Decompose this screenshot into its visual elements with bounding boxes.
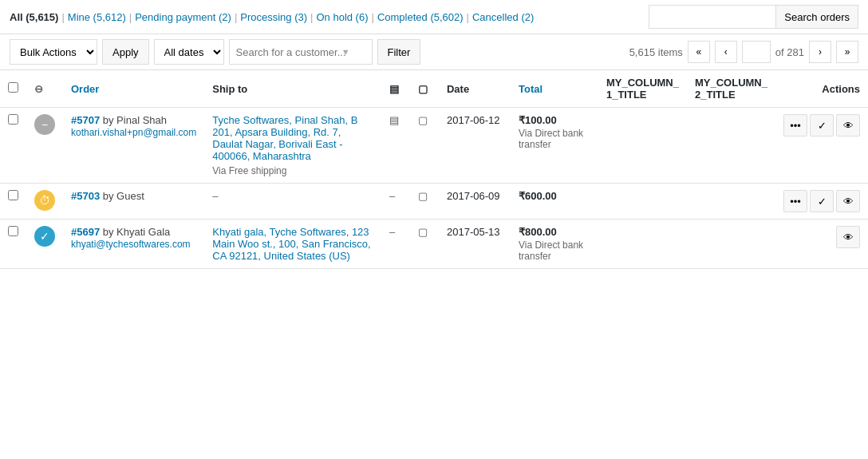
filter-sep: | (235, 11, 237, 23)
pagination-first-button[interactable]: « (688, 41, 710, 63)
customer-search-input[interactable] (229, 39, 373, 65)
table-row: ⏱#5703 by Guest––▢2017-06-09₹600.00•••✓👁 (0, 184, 868, 220)
filter-sep: | (61, 11, 64, 23)
filter-link-on-hold[interactable]: On hold (6) (316, 11, 368, 23)
order-by: by Pinal Shah (103, 114, 167, 126)
row-icon1: – (389, 226, 395, 238)
bulk-actions-select[interactable]: Bulk Actions (10, 39, 97, 65)
th-order[interactable]: Order (63, 70, 204, 108)
toolbar-left: Bulk Actions Apply All dates ▼ Filter (10, 39, 420, 65)
search-orders-button[interactable]: Search orders (776, 5, 858, 29)
filter-link-all[interactable]: All (5,615) (10, 11, 58, 23)
order-link-5707[interactable]: #5707 (71, 114, 100, 126)
table-icon1: ▤ (389, 83, 399, 95)
toolbar-right: 5,615 items « ‹ 1 of 281 › » (629, 41, 858, 63)
pagination-last-button[interactable]: » (836, 41, 858, 63)
action-btns: •••✓👁 (783, 190, 860, 212)
filter-sep: | (372, 11, 374, 23)
total-method: Via Direct bank transfer (519, 239, 590, 262)
toolbar: Bulk Actions Apply All dates ▼ Filter 5,… (0, 34, 868, 70)
row-icon2: ▢ (418, 114, 428, 126)
order-date: 2017-06-09 (447, 190, 500, 202)
th-total[interactable]: Total (511, 70, 598, 108)
status-clock-icon: ⏱ (34, 190, 55, 211)
row-icon1: ▤ (389, 114, 399, 126)
th-status: ⊖ (26, 70, 63, 108)
th-actions: Actions (775, 70, 868, 108)
order-date: 2017-06-12 (447, 114, 500, 126)
th-date: Date (439, 70, 511, 108)
row-checkbox-5707[interactable] (8, 114, 18, 125)
ship-address: Tyche Softwares, Pinal Shah, B 201, Apsa… (212, 114, 357, 162)
action-check-button[interactable]: ✓ (810, 114, 834, 137)
row-icon2: ▢ (418, 226, 428, 238)
pagination-page-input[interactable]: 1 (742, 41, 771, 63)
orders-table: ⊖ Order Ship to ▤ ▢ Date Total MY_COLUMN… (0, 70, 868, 269)
order-total: ₹600.00 (519, 190, 557, 202)
minus-circle-icon: ⊖ (34, 83, 43, 95)
filter-sep: | (310, 11, 313, 23)
filter-link-cancelled[interactable]: Cancelled (2) (472, 11, 534, 23)
order-by: by Guest (103, 190, 144, 202)
th-my-col1: MY_COLUMN_1_TITLE (598, 70, 687, 108)
row-checkbox-5703[interactable] (8, 190, 18, 200)
total-method: Via Direct bank transfer (519, 128, 590, 150)
row-icon1: – (389, 190, 395, 202)
filter-sep: | (467, 11, 469, 23)
order-email: khyati@tychesoftwares.com (71, 239, 191, 250)
pagination-of: of 281 (775, 46, 804, 58)
th-my-col2: MY_COLUMN_2_TITLE (687, 70, 775, 108)
order-date: 2017-05-13 (447, 226, 500, 238)
ship-method: Via Free shipping (212, 165, 373, 176)
status-minus-icon: − (34, 114, 55, 135)
filter-sep: | (129, 11, 132, 23)
filter-link-completed[interactable]: Completed (5,602) (377, 11, 464, 23)
items-count: 5,615 items (629, 46, 683, 58)
top-bar: All (5,615) | Mine (5,612) | Pending pay… (0, 0, 868, 34)
table-row: −#5707 by Pinal Shahkothari.vishal+pn@gm… (0, 108, 868, 184)
dates-select[interactable]: All dates (154, 39, 224, 65)
row-icon2: ▢ (418, 190, 428, 202)
order-link-5703[interactable]: #5703 (71, 190, 100, 202)
th-icon1: ▤ (381, 70, 410, 108)
action-dots-button[interactable]: ••• (783, 190, 807, 212)
action-btns: •••✓👁 (783, 114, 860, 137)
row-checkbox-5697[interactable] (8, 226, 18, 236)
filter-button[interactable]: Filter (377, 39, 421, 65)
order-by: by Khyati Gala (103, 226, 171, 238)
action-view-button[interactable]: 👁 (836, 226, 860, 248)
filter-link-mine[interactable]: Mine (5,612) (68, 11, 126, 23)
order-total: ₹100.00 (519, 114, 557, 126)
action-dots-button[interactable]: ••• (783, 114, 807, 137)
select-all-checkbox[interactable] (8, 82, 18, 93)
th-ship-to: Ship to (204, 70, 381, 108)
action-view-button[interactable]: 👁 (836, 190, 860, 212)
apply-button[interactable]: Apply (102, 39, 149, 65)
pagination-prev-button[interactable]: ‹ (715, 41, 737, 63)
action-view-button[interactable]: 👁 (836, 114, 860, 137)
filter-link-processing[interactable]: Processing (3) (240, 11, 307, 23)
ship-dash: – (212, 190, 218, 202)
ship-address: Khyati gala, Tyche Softwares, 123 Main W… (212, 226, 370, 262)
table-row: ✓#5697 by Khyati Galakhyati@tychesoftwar… (0, 220, 868, 269)
th-checkbox (0, 70, 26, 108)
action-check-button[interactable]: ✓ (810, 190, 834, 212)
filter-links: All (5,615) | Mine (5,612) | Pending pay… (10, 11, 534, 23)
status-check-icon: ✓ (34, 226, 55, 247)
order-email: kothari.vishal+pn@gmail.com (71, 127, 196, 138)
order-total: ₹800.00 (519, 226, 557, 238)
action-btns: 👁 (783, 226, 860, 248)
th-icon2: ▢ (410, 70, 439, 108)
table-icon2: ▢ (418, 83, 428, 95)
filter-link-pending-payment[interactable]: Pending payment (2) (135, 11, 231, 23)
pagination-next-button[interactable]: › (809, 41, 831, 63)
search-orders-input[interactable] (649, 5, 776, 29)
order-link-5697[interactable]: #5697 (71, 226, 100, 238)
search-orders-wrap: Search orders (649, 5, 858, 29)
